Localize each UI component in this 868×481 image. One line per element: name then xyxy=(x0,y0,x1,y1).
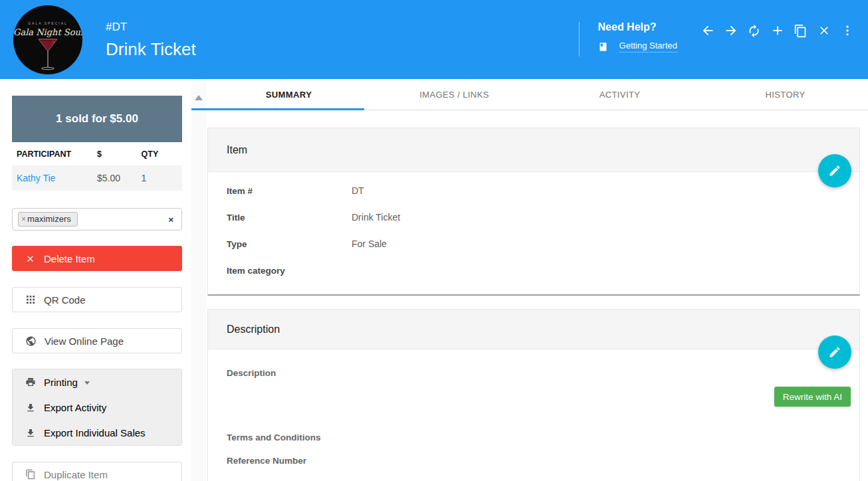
book-icon xyxy=(598,42,608,52)
print-export-group: Printing Export Activity Export Individu… xyxy=(12,369,182,446)
add-icon[interactable] xyxy=(770,23,786,39)
sales-table: PARTICIPANT $ QTY Kathy Tie $5.00 1 xyxy=(12,142,182,191)
sales-summary-banner: 1 sold for $5.00 xyxy=(12,96,182,142)
item-number-label: #DT xyxy=(106,21,196,34)
qr-code-label: QR Code xyxy=(44,294,86,306)
sidebar-gutter xyxy=(191,79,206,481)
field-terms-label: Terms and Conditions xyxy=(227,433,859,442)
item-sidebar: 1 sold for $5.00 PARTICIPANT $ QTY Kathy… xyxy=(0,79,191,481)
field-item-category: Item category xyxy=(208,257,859,284)
tag-chip: ×maximizers xyxy=(18,212,78,227)
view-online-page-label: View Online Page xyxy=(45,336,124,347)
martini-glass-icon xyxy=(33,38,62,72)
participant-link[interactable]: Kathy Tie xyxy=(17,173,55,183)
col-header-participant: PARTICIPANT xyxy=(12,142,97,165)
remove-tag-icon[interactable]: × xyxy=(21,215,26,224)
sale-amount: $5.00 xyxy=(97,165,142,191)
export-activity-button[interactable]: Export Activity xyxy=(13,395,181,420)
description-card: Description Rewrite with AI Description … xyxy=(207,309,860,481)
field-label: Item category xyxy=(227,266,352,276)
item-detail-main: SUMMARY IMAGES / LINKS ACTIVITY HISTORY … xyxy=(206,79,868,481)
duplicate-icon[interactable] xyxy=(793,23,809,39)
field-value: For Sale xyxy=(352,239,387,249)
caret-down-icon xyxy=(84,381,90,385)
delete-item-button[interactable]: Delete Item xyxy=(12,246,182,271)
export-activity-label: Export Activity xyxy=(44,402,106,413)
x-icon xyxy=(25,254,35,264)
printing-label: Printing xyxy=(44,377,78,388)
qr-code-button[interactable]: QR Code xyxy=(12,287,182,312)
logo-event-name: Gala Night Sour xyxy=(13,27,82,37)
export-individual-sales-button[interactable]: Export Individual Sales xyxy=(13,420,181,445)
item-card-header: Item xyxy=(208,128,859,172)
logo-top-text: GALA SPECIAL xyxy=(13,21,82,25)
getting-started-link[interactable]: Getting Started xyxy=(619,41,677,52)
active-tab-underline xyxy=(191,108,364,110)
view-online-page-button[interactable]: View Online Page xyxy=(12,328,182,353)
col-header-amount: $ xyxy=(97,142,142,165)
close-icon[interactable] xyxy=(816,23,832,39)
forward-arrow-icon[interactable] xyxy=(723,23,739,39)
collapse-up-icon[interactable] xyxy=(195,95,203,100)
globe-icon xyxy=(25,336,37,347)
field-value: DT xyxy=(352,185,364,196)
rewrite-with-ai-button[interactable]: Rewrite with AI xyxy=(774,387,851,407)
printer-icon xyxy=(25,377,36,387)
tab-summary[interactable]: SUMMARY xyxy=(206,79,372,110)
field-reference-number-label: Reference Number xyxy=(227,456,859,466)
page-title: Drink Ticket xyxy=(106,39,196,60)
qr-grid-icon xyxy=(25,294,36,305)
need-help-label: Need Help? xyxy=(598,21,677,33)
tag-chip-label: maximizers xyxy=(27,214,71,224)
header-toolbar xyxy=(696,23,868,39)
delete-item-label: Delete Item xyxy=(44,253,95,264)
back-arrow-icon[interactable] xyxy=(700,23,716,39)
download-icon xyxy=(25,403,36,413)
copy-icon xyxy=(25,469,36,480)
detail-tabs: SUMMARY IMAGES / LINKS ACTIVITY HISTORY xyxy=(206,79,868,110)
sale-qty: 1 xyxy=(142,165,182,191)
col-header-qty: QTY xyxy=(142,142,182,165)
edit-item-button[interactable] xyxy=(818,154,851,187)
clear-tags-icon[interactable]: × xyxy=(168,215,173,225)
field-title: Title Drink Ticket xyxy=(208,204,859,231)
tab-images-links[interactable]: IMAGES / LINKS xyxy=(372,79,537,110)
field-label: Type xyxy=(227,239,352,249)
field-label: Item # xyxy=(227,186,352,196)
field-value: Drink Ticket xyxy=(352,212,400,223)
tab-history[interactable]: HISTORY xyxy=(703,79,868,110)
pencil-icon xyxy=(828,164,841,177)
app-header: GALA SPECIAL Gala Night Sour #DT Drink T… xyxy=(0,0,868,79)
duplicate-item-label: Duplicate Item xyxy=(44,469,108,480)
tags-input[interactable]: ×maximizers × xyxy=(12,208,182,231)
pencil-icon xyxy=(828,345,841,359)
export-individual-sales-label: Export Individual Sales xyxy=(44,427,146,438)
header-divider xyxy=(579,22,580,56)
printing-dropdown-button[interactable]: Printing xyxy=(13,369,181,395)
page-title-block: #DT Drink Ticket xyxy=(106,21,196,60)
field-description-label: Description xyxy=(227,368,859,378)
item-card: Item Item # DT Title Drink Ticket Type F… xyxy=(207,128,860,296)
field-type: Type For Sale xyxy=(208,231,859,257)
duplicate-item-button[interactable]: Duplicate Item xyxy=(12,462,182,481)
table-row: Kathy Tie $5.00 1 xyxy=(12,165,182,191)
event-logo: GALA SPECIAL Gala Night Sour xyxy=(13,5,82,74)
more-vert-icon[interactable] xyxy=(839,23,855,39)
refresh-icon[interactable] xyxy=(746,23,762,39)
edit-description-button[interactable] xyxy=(818,336,851,369)
description-card-header: Description xyxy=(208,310,859,349)
download-icon xyxy=(25,428,36,438)
tab-activity[interactable]: ACTIVITY xyxy=(537,79,703,110)
field-item-number: Item # DT xyxy=(208,177,859,204)
field-label: Title xyxy=(227,213,352,223)
